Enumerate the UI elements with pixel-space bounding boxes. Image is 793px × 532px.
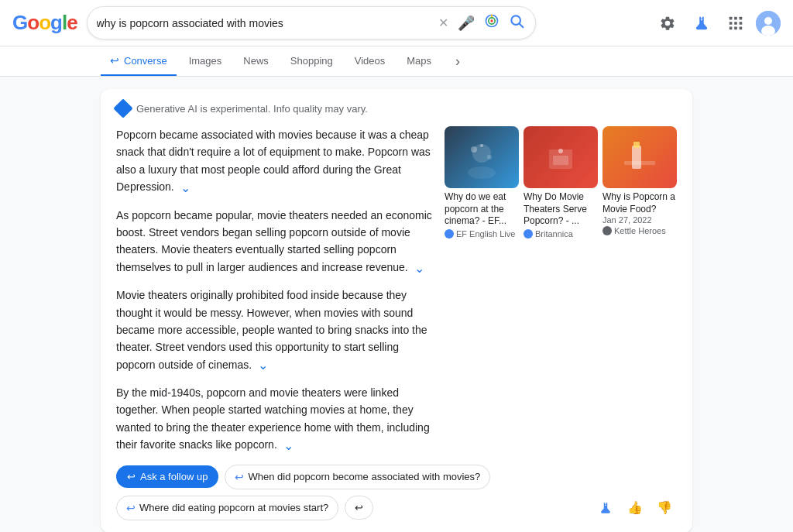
source-dot-3 — [602, 226, 612, 235]
svg-line-5 — [519, 24, 523, 28]
ai-content: Popcorn became associated with movies be… — [116, 126, 677, 454]
expand-paragraph-3[interactable]: ⌄ — [255, 358, 271, 372]
source-dot-1 — [445, 229, 454, 239]
ai-disclaimer: Generative AI is experimental. Info qual… — [136, 103, 368, 115]
svg-rect-13 — [734, 26, 737, 29]
header-right — [654, 9, 781, 37]
ai-image-thumb-1 — [445, 126, 519, 188]
ai-image-source-2: Britannica — [524, 229, 598, 239]
expand-paragraph-1[interactable]: ⌄ — [177, 180, 194, 195]
google-logo[interactable]: Google — [12, 11, 77, 35]
source-dot-2 — [524, 229, 533, 239]
svg-point-20 — [468, 166, 496, 179]
ai-paragraph-1: Popcorn became associated with movies be… — [116, 126, 432, 196]
clear-search-button[interactable]: ✕ — [437, 14, 450, 32]
ai-header: Generative AI is experimental. Info qual… — [116, 101, 677, 115]
lens-search-button[interactable] — [482, 12, 501, 34]
lab-action-button[interactable] — [593, 496, 618, 520]
ai-image-date-3: Jan 27, 2022 — [602, 215, 677, 225]
tab-images[interactable]: Images — [180, 47, 232, 76]
followup-chip-2[interactable]: ↩ Where did eating popcorn at movies sta… — [116, 496, 338, 520]
ai-image-source-1: EF English Live — [445, 229, 519, 239]
svg-rect-9 — [729, 22, 733, 25]
tab-converse[interactable]: ↩ Converse — [101, 46, 177, 76]
ai-image-label-2: Why Do Movie Theaters Serve Popcorn? - .… — [524, 191, 598, 228]
ai-text-section: Popcorn became associated with movies be… — [116, 126, 432, 454]
nav-tabs: ↩ Converse Images News Shopping Videos M… — [0, 46, 793, 77]
followup-chip-1[interactable]: ↩ When did popcorn become associated wit… — [225, 465, 490, 489]
ai-image-card-2[interactable]: Why Do Movie Theaters Serve Popcorn? - .… — [524, 126, 598, 239]
labs-button[interactable] — [688, 9, 716, 37]
svg-rect-10 — [734, 22, 737, 25]
ask-followup-icon: ↩ — [127, 471, 136, 482]
tab-videos[interactable]: Videos — [345, 47, 395, 76]
svg-point-21 — [471, 146, 477, 153]
search-submit-button[interactable] — [507, 12, 526, 34]
svg-rect-30 — [633, 142, 640, 148]
svg-rect-3 — [491, 15, 493, 17]
svg-rect-26 — [553, 156, 568, 165]
followup-chip-more[interactable]: ↩ — [345, 496, 373, 520]
more-tabs-button[interactable]: › — [444, 47, 472, 75]
ai-image-card-1[interactable]: Why do we eat popcorn at the cinema? - E… — [445, 126, 519, 239]
voice-search-button[interactable]: 🎤 — [456, 13, 476, 33]
svg-point-23 — [480, 144, 483, 147]
chip-icon-1: ↩ — [235, 471, 244, 483]
ai-answer-box: Generative AI is experimental. Info qual… — [101, 89, 692, 532]
svg-rect-7 — [734, 16, 737, 19]
tab-maps[interactable]: Maps — [397, 47, 441, 76]
search-bar: ✕ 🎤 — [87, 6, 536, 39]
avatar[interactable] — [756, 11, 781, 36]
expand-paragraph-4[interactable]: ⌄ — [280, 438, 297, 453]
ai-diamond-icon — [113, 98, 132, 118]
expand-paragraph-2[interactable]: ⌄ — [411, 261, 427, 276]
ask-followup-button[interactable]: ↩ Ask a follow up — [116, 465, 218, 488]
svg-rect-29 — [632, 146, 641, 169]
followup-bar: ↩ Ask a follow up ↩ When did popcorn bec… — [116, 465, 677, 520]
svg-rect-8 — [740, 16, 743, 19]
search-input[interactable] — [97, 17, 431, 29]
ai-image-thumb-3 — [602, 126, 677, 188]
svg-rect-12 — [729, 26, 733, 29]
chip-more-icon: ↩ — [355, 502, 363, 513]
tab-news[interactable]: News — [234, 47, 278, 76]
ai-paragraph-2: As popcorn became popular, movie theater… — [116, 207, 432, 276]
ai-images-section: Why do we eat popcorn at the cinema? - E… — [445, 126, 677, 454]
svg-rect-11 — [740, 22, 743, 25]
svg-rect-6 — [729, 16, 733, 19]
main-content: Generative AI is experimental. Info qual… — [0, 77, 793, 532]
followup-actions: 👍 👎 — [593, 496, 677, 520]
ai-image-label-1: Why do we eat popcorn at the cinema? - E… — [445, 191, 519, 228]
ai-image-label-3: Why is Popcorn a Movie Food? — [602, 191, 677, 215]
svg-point-16 — [764, 17, 772, 25]
tab-shopping[interactable]: Shopping — [281, 47, 342, 76]
svg-point-27 — [558, 149, 563, 153]
svg-point-2 — [490, 19, 493, 22]
ai-paragraph-3: Movie theaters originally prohibited foo… — [116, 287, 432, 373]
svg-rect-31 — [624, 161, 655, 165]
svg-rect-14 — [740, 26, 743, 29]
ai-image-card-3[interactable]: Why is Popcorn a Movie Food? Jan 27, 202… — [602, 126, 677, 239]
settings-button[interactable] — [654, 9, 681, 37]
header: Google ✕ 🎤 — [0, 0, 793, 46]
ai-image-thumb-2 — [524, 126, 598, 188]
svg-point-22 — [487, 155, 492, 160]
ai-paragraph-4: By the mid-1940s, popcorn and movie thea… — [116, 384, 432, 454]
thumbs-down-button[interactable]: 👎 — [652, 496, 677, 520]
thumbs-up-button[interactable]: 👍 — [623, 496, 647, 520]
ai-image-row: Why do we eat popcorn at the cinema? - E… — [445, 126, 677, 239]
chip-icon-2: ↩ — [126, 502, 136, 514]
converse-icon: ↩ — [110, 54, 119, 67]
ai-image-source-3: Kettle Heroes — [602, 226, 677, 235]
apps-button[interactable] — [722, 9, 750, 37]
